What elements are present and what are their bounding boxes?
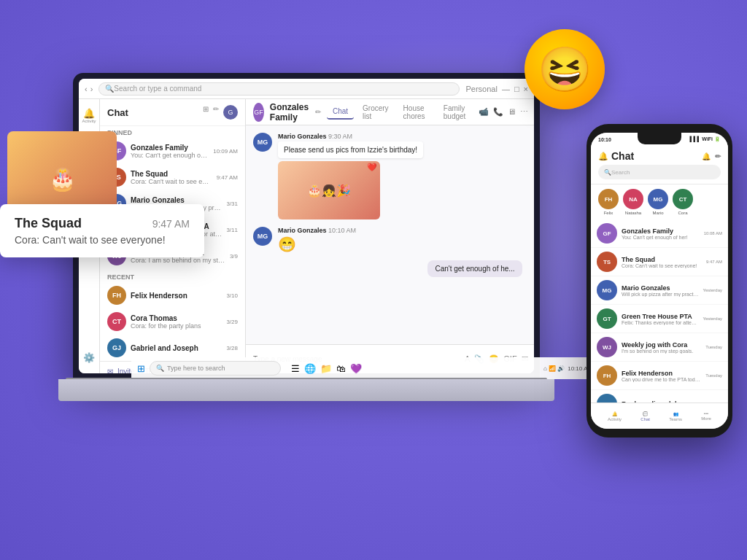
call-icon[interactable]: 📞 bbox=[493, 107, 503, 117]
files-icon[interactable]: 📁 bbox=[320, 363, 332, 374]
edit-icon[interactable]: ✏ bbox=[213, 105, 219, 120]
phone-nav-teams[interactable]: 👥 Teams bbox=[669, 411, 682, 421]
phone-avatar-circle-mg: MG bbox=[648, 189, 668, 209]
sidebar-item-activity[interactable]: 🔔 Activity bbox=[79, 105, 99, 125]
recent-label: Recent bbox=[100, 269, 245, 282]
phone-chat-item-fh[interactable]: FH Felix Henderson Can you drive me to t… bbox=[591, 362, 728, 390]
screen-share-icon[interactable]: 🖥 bbox=[508, 107, 516, 117]
phone-bell-icon[interactable]: 🔔 bbox=[702, 152, 711, 160]
tab-chat[interactable]: Chat bbox=[327, 104, 354, 120]
chat-name-gf: Gonzales Family bbox=[131, 144, 209, 152]
teams-label: Teams bbox=[669, 417, 682, 421]
minimize-button[interactable]: — bbox=[502, 85, 510, 93]
maximize-button[interactable]: □ bbox=[514, 85, 519, 93]
chat-list-controls: ⊞ ✏ G bbox=[203, 105, 238, 120]
phone-avatar-circle-fh: FH bbox=[598, 189, 619, 209]
phone-avatar-name-fh: Felix bbox=[604, 211, 614, 215]
phone-nav-chat[interactable]: 💬 Chat bbox=[640, 411, 650, 421]
phone-nav-more[interactable]: ••• More bbox=[701, 411, 711, 421]
phone-chat-item-mg[interactable]: MG Mario Gonzales Will pick up pizza aft… bbox=[591, 276, 728, 305]
phone-chat-title: 🔔 Chat 🔔 ✏ bbox=[598, 150, 721, 162]
phone-search[interactable]: 🔍 Search bbox=[598, 165, 721, 179]
titlebar-search[interactable]: 🔍 Search or type a command bbox=[98, 82, 460, 96]
chat-tab-icons: 📹 📞 🖥 ⋯ bbox=[479, 107, 528, 117]
phone-signal: ▌▌▌ WiFi 🔋 bbox=[690, 136, 721, 142]
laptop-base bbox=[58, 379, 554, 401]
chat-label: Chat bbox=[640, 417, 650, 421]
phone-avatar-fh2: FH bbox=[597, 365, 617, 386]
chat-item-felix[interactable]: FH Felix Henderson 3/10 bbox=[100, 282, 245, 308]
phone-compose-icon[interactable]: ✏ bbox=[715, 152, 721, 160]
sidebar-item-settings[interactable]: ⚙️ bbox=[79, 347, 99, 368]
phone-chat-item-ts[interactable]: TS The Squad Cora: Can't wait to see eve… bbox=[591, 248, 728, 276]
phone-chat-item-wj[interactable]: WJ Weekly jog with Cora I'm so behind on… bbox=[591, 333, 728, 362]
tab-chores[interactable]: House chores bbox=[398, 101, 435, 123]
tab-grocery[interactable]: Grocery list bbox=[357, 101, 395, 123]
phone-preview-mg: Will pick up pizza after my practice. bbox=[622, 292, 699, 297]
chat-time-mg: 3/31 bbox=[226, 201, 238, 207]
phone-avatar-felix[interactable]: FH Felix bbox=[598, 189, 619, 215]
msg-photo-inner: 🎂👧🎉 bbox=[278, 161, 380, 219]
phone-avatar-ts: TS bbox=[597, 252, 617, 272]
chat-name-gj: Gabriel and Joseph bbox=[131, 344, 222, 352]
phone-preview-wj: I'm so behind on my step goals. bbox=[622, 349, 701, 354]
phone-avatar-gt: GT bbox=[597, 308, 617, 329]
taskbar-search-icon: 🔍 bbox=[156, 365, 164, 372]
edge-icon[interactable]: 🌐 bbox=[304, 363, 316, 374]
phone-title-text: Chat bbox=[611, 150, 634, 162]
phone-time: 10:10 bbox=[598, 137, 611, 142]
chat-item-squad[interactable]: TS The Squad Cora: Can't wait to see eve… bbox=[100, 164, 245, 190]
titlebar-controls: Personal — □ × bbox=[465, 85, 528, 93]
phone-avatar-natasha[interactable]: NA Natasha bbox=[623, 189, 643, 215]
chat-item-cora[interactable]: CT Cora Thomas Cora: for the party plans… bbox=[100, 308, 245, 335]
user-avatar[interactable]: G bbox=[223, 105, 238, 120]
pinned-label: Pinned bbox=[100, 126, 245, 138]
forward-button[interactable]: › bbox=[90, 85, 93, 93]
video-icon[interactable]: 📹 bbox=[479, 107, 489, 117]
tab-budget[interactable]: Family budget bbox=[438, 101, 476, 123]
store-icon[interactable]: 🛍 bbox=[336, 363, 346, 374]
chat-time-gf: 10:09 AM bbox=[213, 148, 238, 155]
task-view-icon[interactable]: ☰ bbox=[291, 363, 300, 374]
chat-info-ts: The Squad Cora: Can't wait to see everyo… bbox=[131, 170, 212, 185]
search-placeholder-text: Search or type a command bbox=[114, 85, 201, 93]
chat-avatar-fh: FH bbox=[107, 286, 126, 305]
phone-info-gt: Green Tree House PTA Felix: Thanks every… bbox=[622, 313, 699, 325]
phone-avatar-wj: WJ bbox=[597, 337, 617, 357]
start-button[interactable]: ⊞ bbox=[137, 363, 145, 374]
phone-avatar-mario[interactable]: MG Mario bbox=[648, 189, 668, 215]
phone-chat-item-gt[interactable]: GT Green Tree House PTA Felix: Thanks ev… bbox=[591, 305, 728, 333]
phone-name-ts: The Squad bbox=[622, 256, 702, 263]
chat-list-title: Chat bbox=[107, 107, 128, 118]
chat-time-gt: 3/11 bbox=[226, 227, 238, 233]
msg-content-2: Mario Gonzales 10:10 AM 😁 bbox=[278, 227, 528, 253]
taskbar-search[interactable]: 🔍 Type here to search bbox=[150, 361, 281, 373]
phone-chat-item-br[interactable]: BR Book reading club Monday bbox=[591, 390, 728, 402]
titlebar-nav: ‹ › bbox=[85, 85, 93, 93]
activity-icon: 🔔 bbox=[612, 411, 617, 416]
msg-avatar-mg1: MG bbox=[253, 133, 272, 152]
phone-nav-activity[interactable]: 🔔 Activity bbox=[608, 411, 622, 421]
teams-taskbar-icon[interactable]: 💜 bbox=[350, 363, 362, 374]
phone-preview-gf: You: Can't get enough of her! bbox=[622, 235, 700, 240]
chat-item-gonzales-family[interactable]: GF Gonzales Family You: Can't get enough… bbox=[100, 138, 245, 164]
phone-screen: 10:10 ▌▌▌ WiFi 🔋 🔔 Chat 🔔 ✏ 🔍 bbox=[591, 133, 728, 429]
more-label: More bbox=[701, 416, 711, 421]
phone-info-wj: Weekly jog with Cora I'm so behind on my… bbox=[622, 341, 701, 354]
phone-preview-gt: Felix: Thanks everyone for attending... bbox=[622, 320, 699, 325]
phone-avatar-name-na: Natasha bbox=[625, 211, 641, 215]
laptop: ‹ › 🔍 Search or type a command Personal … bbox=[58, 73, 554, 452]
teams-icon: 👥 bbox=[673, 411, 678, 416]
phone-avatars-row: FH Felix NA Natasha MG Mario CT Cora bbox=[591, 184, 728, 219]
back-button[interactable]: ‹ bbox=[85, 85, 88, 93]
edit-group-icon[interactable]: ✏ bbox=[315, 108, 321, 116]
phone-time-gf: 10:08 AM bbox=[704, 231, 722, 236]
chat-preview-gf: You: Can't get enough of her! bbox=[131, 152, 209, 159]
phone-avatar-cora[interactable]: CT Cora bbox=[673, 189, 693, 215]
filter-icon[interactable]: ⊞ bbox=[203, 105, 209, 120]
more-icon[interactable]: ⋯ bbox=[520, 107, 528, 117]
phone-info-fh: Felix Henderson Can you drive me to the … bbox=[622, 370, 701, 382]
phone-chat-item-gf[interactable]: GF Gonzales Family You: Can't get enough… bbox=[591, 219, 728, 248]
taskbar-search-placeholder: Type here to search bbox=[167, 365, 225, 372]
phone-name-fh: Felix Henderson bbox=[622, 370, 701, 377]
